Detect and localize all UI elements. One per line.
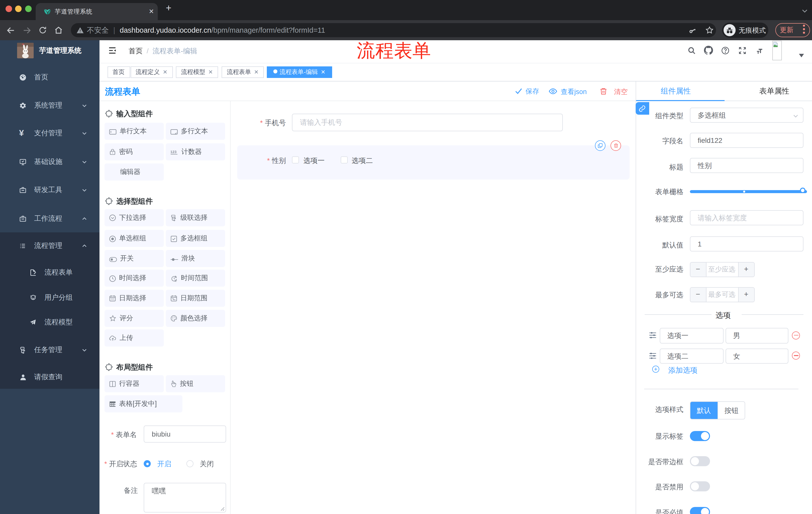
svg-text:123: 123: [170, 150, 177, 154]
